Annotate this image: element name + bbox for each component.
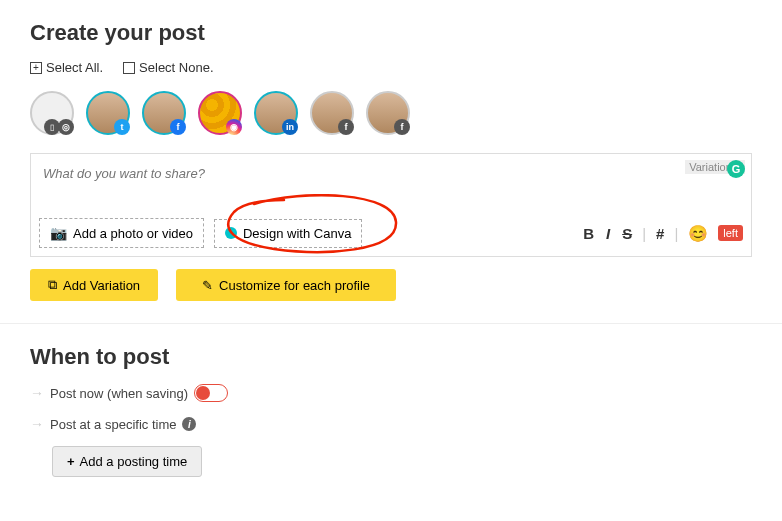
add-media-button[interactable]: 📷 Add a photo or video	[39, 218, 204, 248]
profile-avatar-other[interactable]: f	[366, 91, 410, 135]
schedule-title: When to post	[30, 344, 752, 370]
hashtag-button[interactable]: #	[654, 225, 666, 242]
profile-avatar-fbpage[interactable]: f	[310, 91, 354, 135]
instagram-icon: ◉	[226, 119, 242, 135]
add-variation-button[interactable]: ⧉ Add Variation	[30, 269, 158, 301]
profile-avatar-instagram[interactable]: ◉	[198, 91, 242, 135]
arrow-right-icon: →	[30, 416, 44, 432]
bold-button[interactable]: B	[581, 225, 596, 242]
customize-label: Customize for each profile	[219, 278, 370, 293]
add-media-label: Add a photo or video	[73, 226, 193, 241]
canva-icon	[225, 227, 237, 239]
left-tag-button[interactable]: left	[718, 225, 743, 241]
toggle-knob	[196, 386, 210, 400]
profile-avatar-twitter[interactable]: t	[86, 91, 130, 135]
select-all-label: Select All.	[46, 60, 103, 75]
instagram-icon: ◎	[58, 119, 74, 135]
select-none-link[interactable]: Select None.	[123, 60, 213, 75]
design-canva-button[interactable]: Design with Canva	[214, 219, 362, 248]
composer-box: Variation 1 G 📷 Add a photo or video Des…	[30, 153, 752, 257]
post-textarea[interactable]	[39, 162, 743, 206]
empty-square-icon	[123, 62, 135, 74]
formatting-divider: |	[642, 225, 646, 242]
select-none-label: Select None.	[139, 60, 213, 75]
add-variation-label: Add Variation	[63, 278, 140, 293]
customize-button[interactable]: ✎ Customize for each profile	[176, 269, 396, 301]
post-now-toggle[interactable]	[194, 384, 228, 402]
pencil-icon: ✎	[202, 278, 213, 293]
facebook-icon: f	[170, 119, 186, 135]
post-specific-label: Post at a specific time	[50, 417, 176, 432]
italic-button[interactable]: I	[604, 225, 612, 242]
facebook-icon: f	[394, 119, 410, 135]
strikethrough-button[interactable]: S	[620, 225, 634, 242]
profile-avatar-multi[interactable]: ▯ ◎	[30, 91, 74, 135]
grammarly-icon[interactable]: G	[727, 160, 745, 178]
arrow-right-icon: →	[30, 385, 44, 401]
emoji-button[interactable]: 😊	[686, 224, 710, 243]
info-icon[interactable]: i	[182, 417, 196, 431]
plus-icon: +	[67, 454, 75, 469]
section-divider	[0, 323, 782, 324]
post-now-label: Post now (when saving)	[50, 386, 188, 401]
plus-square-icon: +	[30, 62, 42, 74]
camera-icon: 📷	[50, 225, 67, 241]
twitter-icon: t	[114, 119, 130, 135]
formatting-divider: |	[674, 225, 678, 242]
profile-avatar-facebook[interactable]: f	[142, 91, 186, 135]
copy-icon: ⧉	[48, 277, 57, 293]
linkedin-icon: in	[282, 119, 298, 135]
profile-avatar-linkedin[interactable]: in	[254, 91, 298, 135]
facebook-icon: f	[338, 119, 354, 135]
page-title: Create your post	[30, 20, 752, 46]
add-posting-time-label: Add a posting time	[80, 454, 188, 469]
add-posting-time-button[interactable]: + Add a posting time	[52, 446, 202, 477]
select-all-link[interactable]: + Select All.	[30, 60, 103, 75]
design-canva-label: Design with Canva	[243, 226, 351, 241]
